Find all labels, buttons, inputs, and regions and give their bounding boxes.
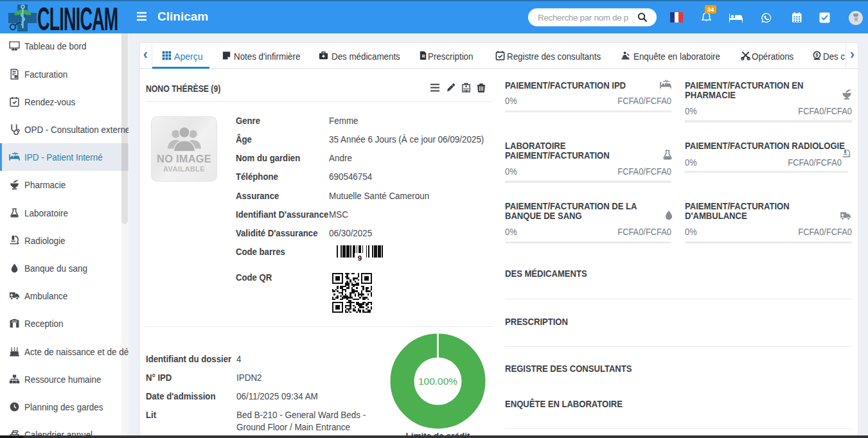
svg-text:$: $: [815, 52, 819, 58]
svg-text:100.00%: 100.00%: [418, 376, 457, 387]
svg-text:R: R: [421, 54, 425, 58]
